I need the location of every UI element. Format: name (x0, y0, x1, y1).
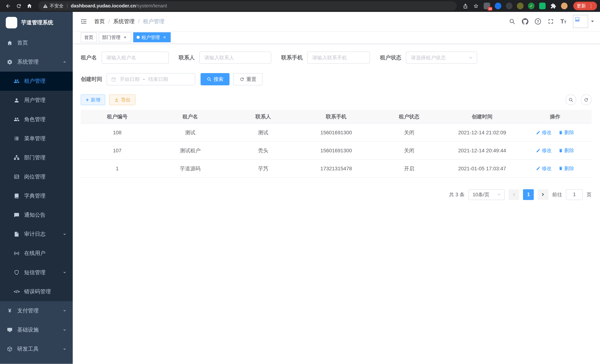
select-placeholder: 请选择租户状态 (411, 54, 446, 61)
extension-icon-dark[interactable] (506, 3, 512, 9)
sidebar-item-notice[interactable]: 通知公告 (0, 205, 73, 225)
cell-phone: 15601691300 (300, 141, 373, 159)
tab-home[interactable]: 首页 (81, 32, 97, 42)
sidebar-item-payment-management[interactable]: ¥ 支付管理 (0, 301, 73, 320)
breadcrumb-home[interactable]: 首页 (94, 18, 105, 25)
edit-button[interactable]: 修改 (536, 129, 552, 136)
sidebar-menu: 首页 系统管理 租户管理 用户管理 (0, 33, 73, 358)
extension-icon-grid[interactable]: 10 (484, 3, 490, 9)
prev-page-button[interactable] (508, 189, 519, 200)
extension-icon-olive[interactable] (517, 3, 523, 9)
cell-status: 关闭 (373, 141, 446, 159)
help-button[interactable]: ? (535, 18, 541, 25)
reset-button[interactable]: 重置 (233, 73, 262, 85)
page-size-select[interactable]: 10条/页 (469, 189, 505, 200)
browser-back-button[interactable] (3, 1, 13, 11)
tab-dept-management[interactable]: 部门管理 × (99, 32, 131, 42)
search-button[interactable]: 搜索 (201, 73, 230, 85)
page-number-1[interactable]: 1 (523, 189, 534, 200)
tenant-name-input[interactable] (102, 52, 169, 64)
tab-label: 租户管理 (141, 34, 160, 40)
cell-created: 2021-12-14 21:02:09 (446, 123, 519, 141)
date-start-placeholder: 开始日期 (120, 76, 140, 83)
date-range-picker[interactable]: 开始日期 - 结束日期 (107, 73, 195, 85)
address-bar[interactable]: 不安全 dashboard.yudao.iocoder.cn/system/te… (38, 1, 456, 10)
breadcrumb-system[interactable]: 系统管理 (113, 18, 134, 25)
monitor-icon (7, 327, 13, 333)
close-icon[interactable]: × (162, 35, 167, 40)
browser-home-button[interactable] (25, 1, 35, 11)
sidebar-item-online-users[interactable]: 在线用户 (0, 244, 73, 263)
cell-phone: 15601691300 (300, 123, 373, 141)
sidebar-item-system[interactable]: 系统管理 (0, 53, 73, 72)
next-page-button[interactable] (538, 189, 548, 200)
shield-icon (14, 270, 19, 275)
user-avatar-menu[interactable] (573, 15, 595, 28)
bookmark-star-button[interactable] (471, 1, 481, 11)
pencil-icon (536, 166, 541, 171)
sidebar-toggle-button[interactable] (80, 17, 88, 26)
create-time-label: 创建时间 (81, 75, 107, 83)
sidebar-item-menu-management[interactable]: 菜单管理 (0, 129, 73, 148)
contact-input[interactable] (199, 52, 271, 64)
header-search-button[interactable] (509, 18, 516, 25)
trash-icon (558, 130, 563, 135)
column-header: 租户名 (154, 110, 227, 123)
sidebar-item-dept-management[interactable]: 部门管理 (0, 148, 73, 167)
edit-button[interactable]: 修改 (536, 165, 552, 172)
sidebar-item-error-code-management[interactable]: </> 错误码管理 (0, 282, 73, 301)
cell-tenant-name: 测试租户 (154, 141, 227, 159)
browser-reload-button[interactable] (14, 1, 24, 11)
tab-tenant-management[interactable]: 租户管理 × (133, 32, 171, 42)
kebab-menu-icon[interactable]: ⋮ (589, 3, 593, 9)
security-status[interactable]: 不安全 (43, 3, 64, 9)
security-label: 不安全 (50, 3, 64, 9)
github-button[interactable] (522, 18, 528, 25)
edit-button[interactable]: 修改 (536, 147, 552, 154)
url-path: /system/tenant (136, 3, 167, 8)
refresh-table-button[interactable] (581, 94, 592, 105)
phone-input[interactable] (307, 52, 370, 64)
sidebar-item-user-management[interactable]: 用户管理 (0, 91, 73, 110)
pagination: 共 3 条 10条/页 1 前往 页 (81, 189, 591, 200)
extension-icon-blue[interactable] (495, 3, 501, 9)
add-button[interactable]: + 新增 (81, 94, 105, 105)
plus-icon: + (86, 97, 89, 103)
cell-created: 2021-01-05 17:03:47 (446, 159, 519, 177)
share-button[interactable] (460, 1, 470, 11)
extension-icon-green-check[interactable]: ✓ (528, 3, 534, 9)
sidebar-item-home[interactable]: 首页 (0, 33, 73, 52)
sidebar-item-role-management[interactable]: 角色管理 (0, 110, 73, 129)
sidebar-item-label: 基础设施 (17, 326, 38, 334)
delete-button[interactable]: 删除 (558, 165, 574, 172)
sidebar-item-infrastructure[interactable]: 基础设施 (0, 320, 73, 339)
goto-label: 前往 (552, 191, 562, 198)
goto-page-input[interactable] (566, 189, 583, 200)
app-logo[interactable]: 芋道管理系统 (0, 12, 73, 33)
cell-actions: 修改 删除 (519, 141, 591, 159)
tenant-status-select[interactable]: 请选择租户状态 (406, 52, 477, 64)
font-size-button[interactable]: TT (561, 18, 566, 25)
extension-icon-green-chat[interactable] (539, 3, 546, 9)
browser-profile-avatar[interactable] (561, 3, 568, 9)
extensions-menu-button[interactable] (548, 1, 558, 11)
update-button[interactable]: 更新 ⋮ (573, 2, 597, 10)
sidebar-item-dict-management[interactable]: 字典管理 (0, 186, 73, 205)
avatar[interactable] (573, 15, 588, 28)
sidebar-item-label: 通知公告 (24, 211, 46, 219)
close-icon[interactable]: × (122, 35, 128, 40)
chevron-down-icon (63, 328, 67, 332)
fullscreen-button[interactable] (547, 18, 554, 25)
sidebar-item-dev-tools[interactable]: 研发工具 (0, 339, 73, 358)
sidebar-item-tenant-management[interactable]: 租户管理 (0, 72, 73, 91)
page-size-value: 10条/页 (473, 191, 489, 198)
sidebar-item-post-management[interactable]: 岗位管理 (0, 167, 73, 186)
sidebar-item-sms-management[interactable]: 短信管理 (0, 263, 73, 282)
edit-label: 修改 (542, 129, 552, 136)
delete-button[interactable]: 删除 (558, 147, 574, 154)
audit-log-icon (14, 231, 19, 237)
sidebar-item-audit-log[interactable]: 审计日志 (0, 225, 73, 244)
toggle-search-button[interactable] (565, 94, 576, 105)
export-button[interactable]: 导出 (109, 94, 135, 105)
delete-button[interactable]: 删除 (558, 129, 574, 136)
